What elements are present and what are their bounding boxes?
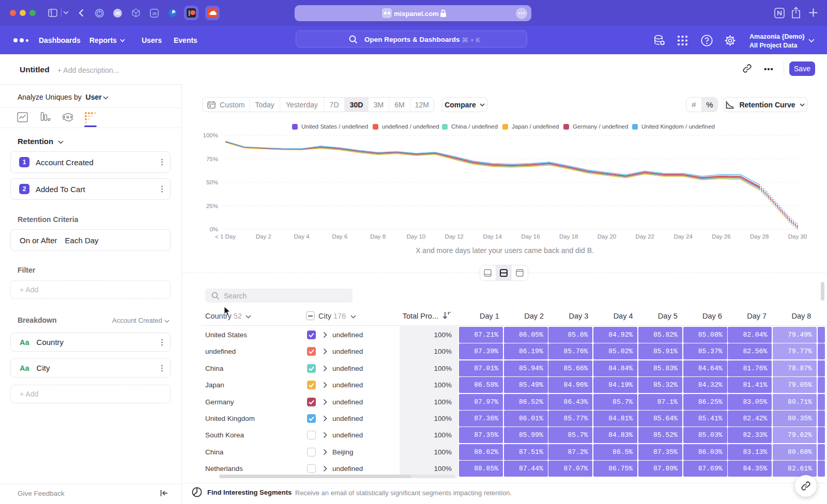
svg-text:Day 4: Day 4: [294, 233, 310, 240]
svg-text:Day 2: Day 2: [256, 233, 271, 240]
svg-text:Day 10: Day 10: [407, 233, 425, 240]
svg-text:Day 16: Day 16: [521, 233, 540, 240]
svg-text:Day 24: Day 24: [673, 233, 693, 240]
svg-text:25%: 25%: [206, 203, 218, 209]
svg-text:Day 26: Day 26: [712, 233, 730, 240]
svg-text:JS: JS: [152, 11, 157, 16]
svg-text:Day 6: Day 6: [332, 233, 347, 240]
svg-text:Day 12: Day 12: [445, 233, 464, 240]
svg-text:100%: 100%: [203, 132, 218, 138]
svg-text:75%: 75%: [206, 156, 218, 162]
svg-text:Day 20: Day 20: [598, 233, 616, 240]
svg-text:Day 14: Day 14: [483, 233, 502, 240]
svg-text:Day 8: Day 8: [370, 233, 386, 240]
svg-text:Day 30: Day 30: [788, 233, 807, 240]
svg-text:Day 18: Day 18: [559, 233, 578, 240]
svg-text:< 1 Day: < 1 Day: [215, 233, 236, 240]
svg-text:Day 22: Day 22: [636, 233, 654, 240]
svg-text:0%: 0%: [209, 226, 218, 232]
svg-text:50%: 50%: [206, 179, 218, 185]
svg-text:Day 28: Day 28: [750, 233, 769, 240]
